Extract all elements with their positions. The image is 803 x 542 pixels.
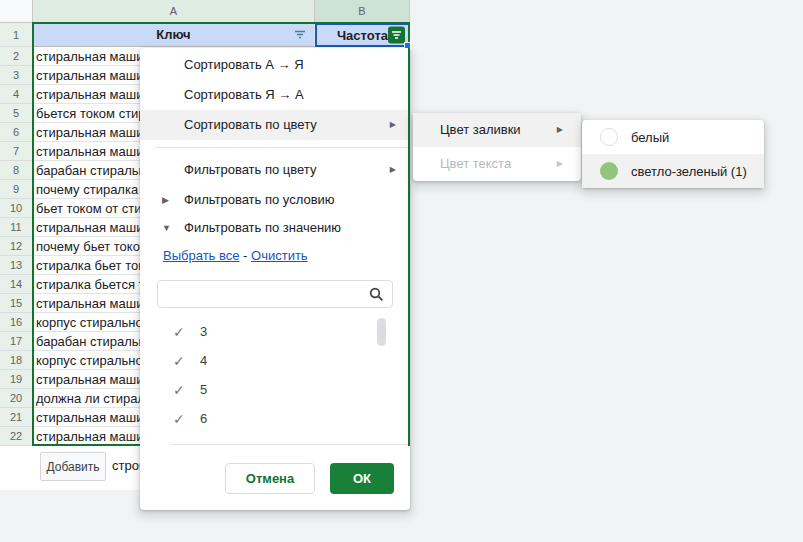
filter-value-label: 4	[200, 346, 207, 376]
select-links: Выбрать все - Очистить	[163, 248, 308, 263]
fill-color-options-submenu: белыйсветло-зеленый (1)	[582, 120, 764, 188]
select-all-link[interactable]: Выбрать все	[163, 248, 239, 263]
list-scrollbar-thumb[interactable]	[377, 318, 386, 346]
color-option-label: светло-зеленый (1)	[631, 164, 747, 179]
column-header-a[interactable]: A	[33, 0, 315, 23]
row-header[interactable]: 13	[0, 256, 33, 275]
menu-item-sort-by-color[interactable]: Сортировать по цвету ▶	[140, 110, 410, 140]
ok-button[interactable]: ОК	[330, 463, 394, 494]
submenu-arrow-icon: ▶	[557, 113, 563, 147]
links-separator: -	[239, 248, 251, 263]
color-option-label: белый	[631, 130, 669, 145]
row-header[interactable]: 11	[0, 218, 33, 237]
search-icon	[369, 287, 384, 306]
menu-item-sort-za[interactable]: Сортировать Я → А	[140, 80, 410, 110]
menu-item-filter-by-condition[interactable]: ▶ Фильтровать по условию	[140, 185, 410, 215]
color-swatch-icon	[600, 162, 618, 180]
row-header[interactable]: 8	[0, 161, 33, 180]
row-header[interactable]: 3	[0, 66, 33, 85]
buttons-divider	[170, 444, 410, 445]
row-header[interactable]: 4	[0, 85, 33, 104]
fill-color-option[interactable]: светло-зеленый (1)	[582, 154, 764, 188]
submenu-arrow-icon: ▶	[390, 110, 396, 140]
select-all-corner[interactable]	[0, 0, 33, 23]
text-color-label: Цвет текста	[440, 156, 511, 171]
filter-value-item[interactable]: ✓5	[140, 375, 410, 405]
value-search-box	[157, 280, 393, 308]
checkmark-icon: ✓	[173, 317, 185, 347]
filter-by-values-label: Фильтровать по значению	[184, 220, 341, 235]
checkmark-icon: ✓	[173, 404, 185, 434]
fill-color-label: Цвет заливки	[440, 122, 521, 137]
cell-a1-text: Ключ	[156, 27, 190, 42]
filter-value-label: 3	[200, 317, 207, 347]
checkmark-icon: ✓	[173, 346, 185, 376]
menu-item-filter-by-values[interactable]: ▼ Фильтровать по значению	[140, 213, 410, 243]
sort-by-color-label: Сортировать по цвету	[184, 117, 317, 132]
cell-b1-text: Частота	[337, 28, 388, 43]
color-swatch-icon	[600, 128, 618, 146]
filter-by-color-label: Фильтровать по цвету	[184, 162, 316, 177]
row-header[interactable]: 9	[0, 180, 33, 199]
clear-link[interactable]: Очистить	[251, 248, 308, 263]
expand-collapsed-icon[interactable]: ▶	[162, 185, 169, 215]
checkmark-icon: ✓	[173, 375, 185, 405]
cell-a1[interactable]: Ключ	[33, 23, 315, 47]
menu-item-filter-by-color[interactable]: Фильтровать по цвету ▶	[140, 155, 410, 185]
row-header[interactable]: 7	[0, 142, 33, 161]
expand-expanded-icon[interactable]: ▼	[162, 213, 171, 243]
fill-color-option[interactable]: белый	[582, 120, 764, 154]
submenu-arrow-icon: ▶	[390, 155, 396, 185]
value-search-input[interactable]	[166, 284, 365, 306]
submenu-arrow-icon: ▶	[557, 147, 563, 181]
filter-value-label: 6	[200, 404, 207, 434]
filter-range-right-border	[408, 48, 410, 446]
add-rows-button[interactable]: Добавить	[40, 452, 106, 481]
row-header[interactable]: 2	[0, 47, 33, 66]
active-filter-button[interactable]	[388, 27, 405, 44]
menu-item-sort-az[interactable]: Сортировать А → Я	[140, 50, 410, 80]
filter-value-item[interactable]: ✓6	[140, 404, 410, 434]
row-header[interactable]: 16	[0, 313, 33, 332]
row-header-1[interactable]: 1	[0, 23, 33, 47]
row-header[interactable]: 10	[0, 199, 33, 218]
row-header[interactable]: 14	[0, 275, 33, 294]
submenu-item-fill-color[interactable]: Цвет заливки ▶	[413, 113, 581, 147]
row-header[interactable]: 6	[0, 123, 33, 142]
spreadsheet-app: A B 1 Ключ Частота 2стиральная маши3стир…	[0, 0, 803, 542]
filter-value-item[interactable]: ✓3	[140, 317, 410, 347]
row-header[interactable]: 20	[0, 389, 33, 408]
column-header-b[interactable]: B	[315, 0, 410, 23]
cell-b1[interactable]: Частота	[315, 23, 410, 47]
row-header[interactable]: 12	[0, 237, 33, 256]
sort-by-color-submenu: Цвет заливки ▶ Цвет текста ▶	[413, 113, 581, 181]
submenu-item-text-color: Цвет текста ▶	[413, 147, 581, 181]
filter-value-label: 5	[200, 375, 207, 405]
row-header[interactable]: 17	[0, 332, 33, 351]
row-header[interactable]: 5	[0, 104, 33, 123]
filter-by-condition-label: Фильтровать по условию	[184, 192, 335, 207]
row-header[interactable]: 22	[0, 427, 33, 446]
filter-values-list: ✓3✓4✓5✓6	[140, 314, 410, 444]
add-rows-bar: Добавить строк	[0, 446, 140, 490]
row-header[interactable]: 15	[0, 294, 33, 313]
row-header[interactable]: 19	[0, 370, 33, 389]
cancel-button[interactable]: Отмена	[225, 463, 315, 494]
row-header[interactable]: 18	[0, 351, 33, 370]
filter-value-item[interactable]: ✓4	[140, 346, 410, 376]
row-header[interactable]: 21	[0, 408, 33, 427]
filter-menu: Сортировать А → Я Сортировать Я → А Сорт…	[140, 48, 410, 510]
filter-funnel-icon[interactable]	[294, 27, 306, 42]
menu-divider	[156, 147, 410, 148]
